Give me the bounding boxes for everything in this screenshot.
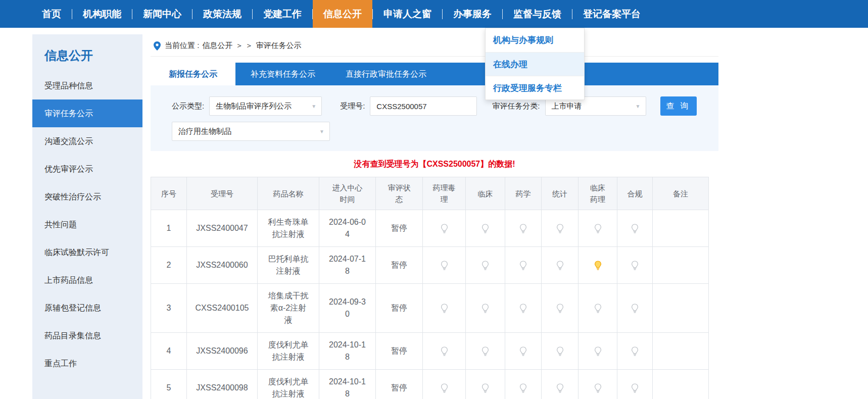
bulb-icon[interactable] bbox=[519, 345, 527, 357]
bulb-icon[interactable] bbox=[519, 302, 527, 314]
bulb-icon[interactable] bbox=[594, 345, 602, 357]
bulb-icon[interactable] bbox=[441, 302, 448, 314]
nav-item-2[interactable]: 新闻中心 bbox=[132, 0, 192, 28]
bulb-cell bbox=[466, 370, 505, 399]
tab-0[interactable]: 新报任务公示 bbox=[151, 63, 235, 85]
dropdown-item-0[interactable]: 机构与办事规则 bbox=[486, 28, 584, 52]
cell-entry-date: 2024-10-18 bbox=[319, 370, 376, 399]
col-header-1: 受理号 bbox=[187, 177, 258, 210]
nav-item-3[interactable]: 政策法规 bbox=[192, 0, 252, 28]
table-row-3: 4JXSS2400096度伐利尤单抗注射液2024-10-18暂停 bbox=[151, 333, 709, 370]
dropdown-item-2[interactable]: 行政受理服务专栏 bbox=[486, 76, 584, 99]
bulb-cell bbox=[423, 333, 466, 370]
bulb-icon[interactable] bbox=[481, 302, 489, 314]
bulb-icon[interactable] bbox=[441, 259, 448, 271]
bulb-icon[interactable] bbox=[631, 222, 639, 234]
sidebar-item-3[interactable]: 优先审评公示 bbox=[32, 155, 142, 183]
cell-acceptance-no: JXSS2400096 bbox=[187, 333, 258, 370]
bulb-cell bbox=[505, 370, 542, 399]
breadcrumb-section-link[interactable]: 信息公开 bbox=[202, 41, 232, 51]
nav-item-5[interactable]: 信息公开 bbox=[313, 0, 372, 28]
cell-index: 2 bbox=[151, 247, 187, 284]
bulb-icon[interactable] bbox=[594, 259, 602, 271]
col-header-3: 进入中心时间 bbox=[319, 177, 376, 210]
bulb-icon[interactable] bbox=[594, 382, 602, 394]
bulb-cell bbox=[505, 333, 542, 370]
col-header-6: 临床 bbox=[466, 177, 505, 210]
col-header-10: 合规 bbox=[617, 177, 653, 210]
top-nav: 首页机构职能新闻中心政策法规党建工作信息公开申请人之窗办事服务监督与反馈登记备案… bbox=[0, 0, 868, 28]
bulb-icon[interactable] bbox=[594, 302, 602, 314]
breadcrumb-prefix: 当前位置 : bbox=[165, 41, 199, 51]
nav-item-8[interactable]: 监督与反馈 bbox=[503, 0, 572, 28]
sidebar-item-2[interactable]: 沟通交流公示 bbox=[32, 127, 142, 155]
bulb-icon[interactable] bbox=[556, 222, 564, 234]
sidebar-item-4[interactable]: 突破性治疗公示 bbox=[32, 183, 142, 211]
bulb-cell bbox=[505, 247, 542, 284]
bulb-icon[interactable] bbox=[481, 222, 489, 234]
cell-drug-name: 度伐利尤单抗注射液 bbox=[258, 333, 319, 370]
bulb-icon[interactable] bbox=[481, 382, 489, 394]
bulb-icon[interactable] bbox=[631, 345, 639, 357]
bulb-cell bbox=[617, 370, 653, 399]
nav-item-0[interactable]: 首页 bbox=[31, 0, 72, 28]
bulb-icon[interactable] bbox=[556, 302, 564, 314]
sidebar-item-5[interactable]: 共性问题 bbox=[32, 211, 142, 238]
bulb-icon[interactable] bbox=[631, 302, 639, 314]
chevron-down-icon: ▼ bbox=[319, 129, 324, 134]
bulb-cell bbox=[466, 333, 505, 370]
cell-entry-date: 2024-06-04 bbox=[319, 210, 376, 247]
nav-item-1[interactable]: 机构职能 bbox=[72, 0, 132, 28]
sidebar-item-7[interactable]: 上市药品信息 bbox=[32, 266, 142, 294]
nav-item-7[interactable]: 办事服务 bbox=[443, 0, 502, 28]
bulb-icon[interactable] bbox=[441, 345, 448, 357]
bulb-icon[interactable] bbox=[441, 222, 448, 234]
bulb-icon[interactable] bbox=[556, 259, 564, 271]
bulb-icon[interactable] bbox=[594, 222, 602, 234]
biologic-subtype-select[interactable]: 治疗用生物制品 ▼ bbox=[172, 122, 330, 141]
cell-status: 暂停 bbox=[376, 333, 423, 370]
bulb-icon[interactable] bbox=[556, 382, 564, 394]
col-header-2: 药品名称 bbox=[258, 177, 319, 210]
bulb-icon[interactable] bbox=[631, 259, 639, 271]
sidebar-title: 信息公开 bbox=[32, 34, 142, 72]
sidebar-item-9[interactable]: 药品目录集信息 bbox=[32, 322, 142, 350]
bulb-icon[interactable] bbox=[519, 222, 527, 234]
bulb-cell bbox=[542, 247, 578, 284]
acceptance-no-input[interactable] bbox=[370, 96, 477, 116]
filter-panel: 公示类型: 生物制品审评序列公示 ▼ 受理号: 审评任务分类: 上市申请 ▼ 查… bbox=[151, 85, 718, 151]
tab-2[interactable]: 直接行政审批任务公示 bbox=[330, 63, 442, 85]
bulb-icon[interactable] bbox=[631, 382, 639, 394]
sidebar-item-1[interactable]: 审评任务公示 bbox=[32, 99, 142, 127]
bulb-icon[interactable] bbox=[441, 382, 448, 394]
publicity-type-select[interactable]: 生物制品审评序列公示 ▼ bbox=[209, 96, 322, 116]
bulb-icon[interactable] bbox=[519, 259, 527, 271]
tab-1[interactable]: 补充资料任务公示 bbox=[235, 63, 330, 85]
bulb-cell bbox=[578, 370, 617, 399]
bulb-cell bbox=[466, 210, 505, 247]
table-row-2: 3CXSS2400105培集成干扰素α-2注射液2024-09-30暂停 bbox=[151, 284, 709, 333]
nav-item-4[interactable]: 党建工作 bbox=[253, 0, 312, 28]
search-button[interactable]: 查 询 bbox=[660, 96, 697, 116]
cell-index: 4 bbox=[151, 333, 187, 370]
bulb-icon[interactable] bbox=[481, 259, 489, 271]
top-nav-items: 首页机构职能新闻中心政策法规党建工作信息公开申请人之窗办事服务监督与反馈登记备案… bbox=[31, 0, 651, 28]
nav-item-9[interactable]: 登记备案平台 bbox=[572, 0, 651, 28]
sidebar-item-6[interactable]: 临床试验默示许可 bbox=[32, 238, 142, 266]
bulb-icon[interactable] bbox=[481, 345, 489, 357]
sidebar-item-8[interactable]: 原辅包登记信息 bbox=[32, 294, 142, 322]
cell-index: 3 bbox=[151, 284, 187, 333]
nav-item-6[interactable]: 申请人之窗 bbox=[373, 0, 442, 28]
sidebar-item-10[interactable]: 重点工作 bbox=[32, 350, 142, 377]
bulb-cell bbox=[617, 210, 653, 247]
sidebar: 信息公开 受理品种信息审评任务公示沟通交流公示优先审评公示突破性治疗公示共性问题… bbox=[32, 34, 142, 399]
bulb-cell bbox=[617, 333, 653, 370]
sidebar-item-0[interactable]: 受理品种信息 bbox=[32, 72, 142, 99]
bulb-icon[interactable] bbox=[556, 345, 564, 357]
cell-drug-name: 利生奇珠单抗注射液 bbox=[258, 210, 319, 247]
bulb-cell bbox=[617, 247, 653, 284]
tab-bar: 新报任务公示补充资料任务公示直接行政审批任务公示 bbox=[151, 63, 718, 85]
dropdown-item-1[interactable]: 在线办理 bbox=[486, 52, 584, 76]
bulb-cell bbox=[466, 247, 505, 284]
bulb-icon[interactable] bbox=[519, 382, 527, 394]
